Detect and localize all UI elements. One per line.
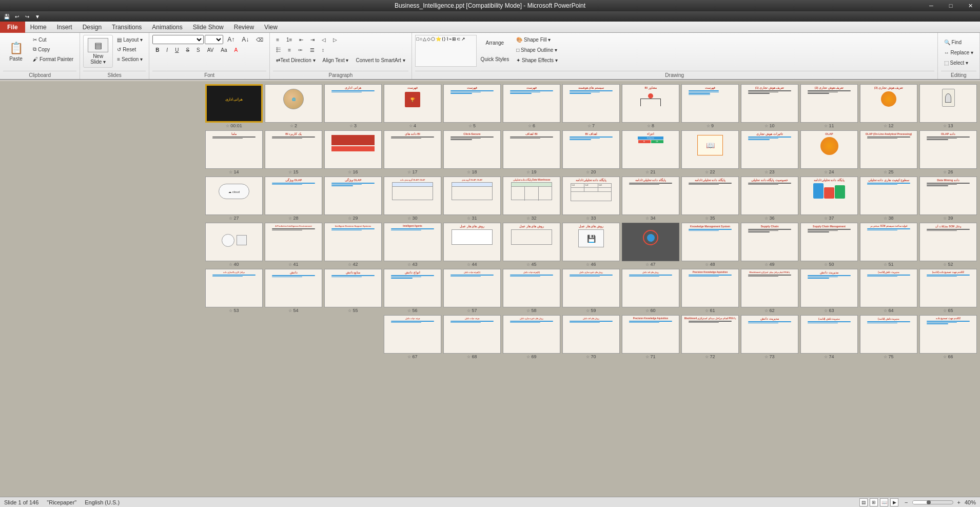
char-spacing-btn[interactable]: AV: [204, 45, 217, 54]
slide-thumb-37[interactable]: پایگاه داده تحلیلی/ادامه: [800, 177, 858, 215]
animations-menu[interactable]: Animations: [147, 22, 187, 33]
zoom-in-btn[interactable]: +: [955, 499, 963, 505]
slide-thumb-43[interactable]: Intelligent Agents: [384, 223, 441, 261]
align-text-btn[interactable]: Align Text ▾: [320, 55, 352, 65]
quick-styles-btn[interactable]: Quick Styles: [478, 51, 513, 67]
slide-item-28[interactable]: OLAP ویژگی ☆28: [265, 177, 322, 221]
slide-thumb-22[interactable]: 📖: [681, 130, 739, 169]
slide-item-4[interactable]: فهرست 🏆 ☆4: [384, 84, 441, 128]
increase-font-btn[interactable]: A↑: [224, 35, 238, 44]
bold-btn[interactable]: B: [152, 45, 162, 54]
slide-thumb-25[interactable]: OLAP (On-Line Analytical Processing): [860, 130, 917, 169]
slide-thumb-1[interactable]: هرانی اداری: [205, 84, 263, 123]
layout-btn[interactable]: ▤ Layout ▾: [114, 35, 146, 44]
slide-thumb-21[interactable]: اجزاء Enterprise BI DB: [622, 130, 679, 169]
slide-thumb-24[interactable]: OLAP: [800, 130, 858, 169]
indent-inc-btn[interactable]: ⇥: [307, 35, 318, 44]
slide-item-14[interactable]: ماما ☆14: [205, 130, 263, 174]
slide-item-12[interactable]: تعریف هوش تجاری (3) ☆12: [860, 84, 917, 128]
slide-item-8[interactable]: مشاور BI ☆8: [622, 84, 679, 128]
slide-thumb-48[interactable]: Knowledge Management System: [681, 223, 739, 261]
slide-item-52[interactable]: وعلل SCM مشکلات آن ☆52: [919, 223, 977, 267]
slide-thumb-59[interactable]: روش های ذخیره سازی دانش: [562, 269, 620, 307]
review-menu[interactable]: Review: [229, 22, 259, 33]
slide-item-46[interactable]: روش های هار عمل 💾 ☆46: [562, 223, 620, 267]
slide-item-2[interactable]: 🌐 ☆2: [265, 84, 322, 128]
slide-thumb-4[interactable]: فهرست 🏆: [384, 84, 441, 123]
slide-item-41[interactable]: A Predictive Intelligence Environment ☆4…: [265, 223, 322, 267]
slide-item-19[interactable]: BI اهداف ☆19: [503, 130, 560, 174]
slide-item-53[interactable]: مراحل کاری پاکسازی داده ☆53: [205, 269, 263, 313]
slide-thumb-11[interactable]: تعریف هوش تجاری (2): [800, 84, 858, 123]
slide-item-51[interactable]: فواید ساخت سیستم SCM مبتنی بر ☆51: [860, 223, 917, 267]
slide-thumb-13[interactable]: [919, 84, 977, 123]
section-btn[interactable]: ≡ Section ▾: [114, 54, 146, 64]
insert-menu[interactable]: Insert: [52, 22, 77, 33]
slide-thumb-53[interactable]: مراحل کاری پاکسازی داده: [205, 269, 263, 307]
customize-btn[interactable]: ▼: [33, 12, 42, 21]
slide-item-45[interactable]: روش های هار عمل ☆45: [503, 223, 560, 267]
text-direction-btn[interactable]: ⇄Text Direction ▾: [273, 55, 318, 65]
shadow-btn[interactable]: S: [193, 45, 203, 54]
slide-item-15[interactable]: یک کاربرد BI ☆15: [265, 130, 322, 174]
slide-thumb-9[interactable]: فهرست: [681, 84, 739, 123]
slide-item-30[interactable]: OLAP, OLAT گروه بندی داده ☆30: [384, 177, 441, 221]
slide-thumb-3[interactable]: هرانی اداری: [324, 84, 382, 123]
slide-item-64[interactable]: مدیریت دانش (ادامه) ☆64: [860, 269, 917, 313]
slide-item-17[interactable]: BI داده های ☆17: [384, 130, 441, 174]
slide-item-20[interactable]: اهداف BI ☆20: [562, 130, 620, 174]
slideshow-menu[interactable]: Slide Show: [188, 22, 229, 33]
slide-thumb-34[interactable]: پایگاه داده تحلیلی/ادامه: [622, 177, 679, 215]
slide-item-26[interactable]: داده OLAP ☆26: [919, 130, 977, 174]
slide-item-67[interactable]: چرخه حیات دانش ☆67: [384, 315, 441, 359]
slide-thumb-36[interactable]: خصوصیت پایگاه داده تحلیلی: [741, 177, 798, 215]
slide-thumb-58[interactable]: (2)چرخه حیات دانش: [503, 269, 560, 307]
slide-thumb-66[interactable]: 12قدم جهت تصحیح داده: [919, 315, 977, 354]
slide-thumb-75[interactable]: مدیریت دانش (ادامه): [860, 315, 917, 354]
slide-thumb-17[interactable]: BI داده های: [384, 130, 441, 169]
format-painter-btn[interactable]: 🖌 Format Painter: [30, 54, 76, 64]
slide-item-25[interactable]: OLAP (On-Line Analytical Processing) ☆25: [860, 130, 917, 174]
slide-item-55[interactable]: منابع دانش ☆55: [324, 269, 382, 313]
minimize-btn[interactable]: ─: [922, 0, 941, 11]
slide-item-21[interactable]: اجزاء Enterprise BI DB ☆21: [622, 130, 679, 174]
slide-thumb-55[interactable]: منابع دانش: [324, 269, 382, 307]
align-right-btn[interactable]: ⬰: [295, 45, 306, 54]
redo-btn[interactable]: ↪: [23, 12, 32, 21]
slide-item-61[interactable]: Precision Knowledge Aquisition ☆61: [681, 269, 739, 313]
slide-thumb-51[interactable]: فواید ساخت سیستم SCM مبتنی بر: [860, 223, 917, 261]
slide-thumb-68[interactable]: چرخه حیات دانش: [443, 315, 501, 354]
slide-thumb-8[interactable]: مشاور BI: [622, 84, 679, 123]
slide-thumb-28[interactable]: OLAP ویژگی: [265, 177, 322, 215]
slide-thumb-27[interactable]: ☁ cloud: [205, 177, 263, 215]
underline-btn[interactable]: U: [172, 45, 182, 54]
font-family-select[interactable]: [152, 35, 204, 44]
slide-thumb-19[interactable]: BI اهداف: [503, 130, 560, 169]
slide-item-24[interactable]: OLAP ☆24: [800, 130, 858, 174]
slide-item-58[interactable]: (2)چرخه حیات دانش ☆58: [503, 269, 560, 313]
change-case-btn[interactable]: Aa: [218, 45, 230, 54]
transitions-menu[interactable]: Transitions: [107, 22, 147, 33]
shape-outline-btn[interactable]: □ Shape Outline ▾: [513, 45, 561, 54]
slide-thumb-57[interactable]: (1)چرخه حیات دانش: [443, 269, 501, 307]
slide-thumb-49[interactable]: Supply Chain: [741, 223, 798, 261]
convert-smartart-btn[interactable]: Convert to SmartArt ▾: [352, 55, 408, 65]
slide-thumb-74[interactable]: مدیریت دانش (ادامه): [800, 315, 858, 354]
slide-item-69[interactable]: روش های ذخیره سازی دانش ☆69: [503, 315, 560, 359]
slide-item-74[interactable]: مدیریت دانش (ادامه) ☆74: [800, 315, 858, 359]
slide-item-60[interactable]: روش های اخذ دانش ☆60: [622, 269, 679, 313]
zoom-out-btn[interactable]: −: [903, 499, 910, 505]
slide-item-40[interactable]: ☆40: [205, 223, 263, 267]
design-menu[interactable]: Design: [77, 22, 107, 33]
slide-item-27[interactable]: ☁ cloud ☆27: [205, 177, 263, 221]
slide-thumb-61[interactable]: Precision Knowledge Aquisition: [681, 269, 739, 307]
slide-item-29[interactable]: OLAP ویژگی ☆29: [324, 177, 382, 221]
slide-thumb-23[interactable]: تاثیرات هوش تجاری: [741, 130, 798, 169]
font-color-btn[interactable]: A: [231, 45, 241, 54]
slide-thumb-7[interactable]: سیستم های هوشمند: [562, 84, 620, 123]
slide-item-1[interactable]: هرانی اداری ☆00:01: [205, 84, 263, 128]
slide-item-66[interactable]: 12قدم جهت تصحیح داده ☆66: [919, 315, 977, 359]
slide-item-16[interactable]: ☆16: [324, 130, 382, 174]
slide-item-65[interactable]: 12قدم جهت تصحیح داده (ادامه) ☆65: [919, 269, 977, 313]
indent-dec-btn[interactable]: ⇤: [296, 35, 306, 44]
